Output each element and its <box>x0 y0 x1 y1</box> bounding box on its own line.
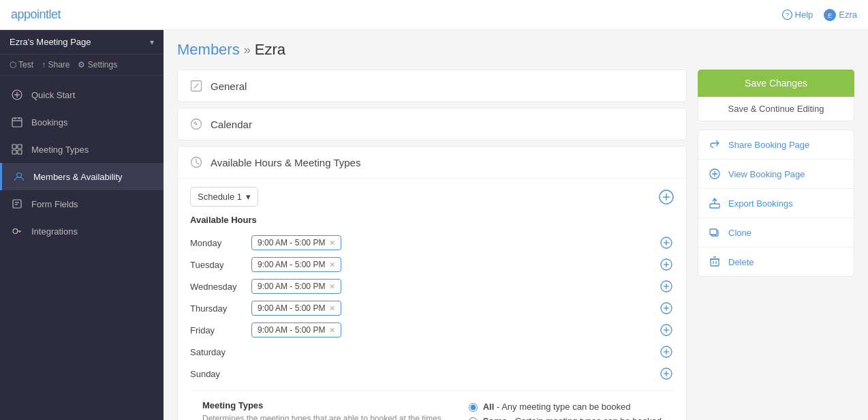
table-row: Tuesday 9:00 AM - 5:00 PM ✕ <box>190 254 674 275</box>
hours-section-header: Available Hours & Meeting Types <box>178 147 686 179</box>
day-thursday: Thursday <box>190 303 251 314</box>
sidebar-item-label: Members & Availability <box>33 172 123 182</box>
day-saturday: Saturday <box>190 347 251 357</box>
sidebar-item-form-fields[interactable]: Form Fields <box>0 190 164 217</box>
sidebar-settings-button[interactable]: ⚙ Settings <box>78 60 117 70</box>
meeting-types-options: All - Any meeting type can be booked Som… <box>469 400 662 420</box>
calendar-section-icon <box>190 118 202 130</box>
topbar: appointlet ? Help E Ezra <box>0 0 868 30</box>
day-friday: Friday <box>190 325 251 335</box>
monday-add-button[interactable] <box>659 235 674 250</box>
tuesday-add-button[interactable] <box>659 257 674 272</box>
view-booking-page-button[interactable]: View Booking Page <box>698 160 854 189</box>
sidebar: Ezra's Meeting Page ▾ ⬡ Test ↑ Share ⚙ S… <box>0 30 164 420</box>
rocket-icon <box>11 89 23 101</box>
delete-button[interactable]: Delete <box>698 247 854 276</box>
users-icon <box>13 170 25 183</box>
svg-rect-16 <box>13 200 21 208</box>
list-item[interactable]: All - Any meeting type can be booked <box>469 402 662 412</box>
sidebar-item-quick-start[interactable]: Quick Start <box>0 81 164 108</box>
hours-section-title: Available Hours & Meeting Types <box>211 157 360 168</box>
svg-rect-11 <box>12 145 16 149</box>
export-bookings-button[interactable]: Export Bookings <box>698 189 854 218</box>
schedule-row: Schedule 1 ▾ <box>190 187 674 207</box>
friday-time-tag: 9:00 AM - 5:00 PM ✕ <box>251 322 341 338</box>
some-radio[interactable] <box>469 417 478 420</box>
sunday-add-button[interactable] <box>659 366 674 381</box>
grid-icon <box>11 143 23 155</box>
help-button[interactable]: ? Help <box>782 10 813 20</box>
wednesday-add-button[interactable] <box>659 279 674 294</box>
share-icon <box>708 138 722 151</box>
meeting-types-description: Meeting Types Determines the meeting typ… <box>202 400 452 420</box>
sidebar-chevron-icon[interactable]: ▾ <box>150 38 154 47</box>
general-section[interactable]: General <box>177 70 687 102</box>
thursday-remove-button[interactable]: ✕ <box>329 304 335 313</box>
svg-text:?: ? <box>786 12 789 18</box>
sidebar-item-label: Bookings <box>31 117 67 127</box>
add-schedule-button[interactable] <box>659 190 674 205</box>
general-section-title: General <box>211 80 247 92</box>
sidebar-share-button[interactable]: ↑ Share <box>42 60 69 70</box>
friday-remove-button[interactable]: ✕ <box>329 326 335 335</box>
topbar-logo: appointlet <box>11 7 61 22</box>
table-row: Wednesday 9:00 AM - 5:00 PM ✕ <box>190 275 674 297</box>
sidebar-item-integrations[interactable]: Integrations <box>0 217 164 245</box>
monday-time-tag: 9:00 AM - 5:00 PM ✕ <box>251 235 341 250</box>
svg-point-24 <box>196 123 198 125</box>
save-changes-button[interactable]: Save Changes <box>698 70 854 97</box>
monday-remove-button[interactable]: ✕ <box>329 239 335 247</box>
trash-icon <box>708 255 722 269</box>
user-button[interactable]: E Ezra <box>824 9 857 21</box>
day-monday: Monday <box>190 238 251 248</box>
sidebar-item-meeting-types[interactable]: Meeting Types <box>0 136 164 163</box>
breadcrumb-members-link[interactable]: Members <box>177 41 240 59</box>
sidebar-item-label: Form Fields <box>31 199 78 209</box>
table-row: Sunday <box>190 363 674 385</box>
list-item[interactable]: Some - Certain meeting types can be book… <box>469 416 662 420</box>
export-icon <box>708 196 722 210</box>
schedule-dropdown[interactable]: Schedule 1 ▾ <box>190 187 258 207</box>
tuesday-remove-button[interactable]: ✕ <box>329 260 335 269</box>
table-row: Friday 9:00 AM - 5:00 PM ✕ <box>190 319 674 341</box>
sidebar-nav: Quick Start Bookings Meeting Types Membe… <box>0 76 164 420</box>
days-list: Monday 9:00 AM - 5:00 PM ✕ <box>190 232 674 385</box>
layers-icon <box>708 226 722 239</box>
sidebar-item-members-availability[interactable]: Members & Availability <box>0 163 164 190</box>
content-left: General Calendar <box>177 70 687 420</box>
hours-section: Available Hours & Meeting Types Schedule… <box>177 146 687 420</box>
meeting-types-desc: Determines the meeting types that are ab… <box>202 413 452 420</box>
share-booking-page-button[interactable]: Share Booking Page <box>698 130 854 160</box>
all-radio[interactable] <box>469 403 478 412</box>
thursday-add-button[interactable] <box>659 301 674 316</box>
sidebar-item-label: Meeting Types <box>31 145 89 155</box>
friday-add-button[interactable] <box>659 322 674 338</box>
day-tuesday: Tuesday <box>190 260 251 270</box>
svg-rect-13 <box>12 150 16 154</box>
svg-rect-12 <box>18 145 22 149</box>
wednesday-time-tag: 9:00 AM - 5:00 PM ✕ <box>251 279 341 294</box>
svg-rect-14 <box>18 150 22 154</box>
sidebar-item-bookings[interactable]: Bookings <box>0 108 164 136</box>
sidebar-app-title: Ezra's Meeting Page <box>10 37 91 47</box>
save-continue-button[interactable]: Save & Continue Editing <box>698 97 854 121</box>
table-row: Monday 9:00 AM - 5:00 PM ✕ <box>190 232 674 254</box>
wednesday-remove-button[interactable]: ✕ <box>329 282 335 291</box>
svg-rect-55 <box>710 204 719 208</box>
svg-rect-57 <box>710 229 717 235</box>
right-panel: Save Changes Save & Continue Editing Sha… <box>698 70 854 420</box>
saturday-add-button[interactable] <box>659 344 674 359</box>
svg-rect-7 <box>12 118 22 127</box>
clone-button[interactable]: Clone <box>698 218 854 247</box>
calendar-section[interactable]: Calendar <box>177 108 687 140</box>
available-hours-label: Available Hours <box>190 215 674 225</box>
tuesday-time-tag: 9:00 AM - 5:00 PM ✕ <box>251 257 341 272</box>
sidebar-test-button[interactable]: ⬡ Test <box>10 60 33 70</box>
thursday-time-tag: 9:00 AM - 5:00 PM ✕ <box>251 301 341 316</box>
plus-circle-icon <box>708 167 722 181</box>
day-wednesday: Wednesday <box>190 282 251 292</box>
clock-icon <box>190 156 202 168</box>
edit-icon <box>11 198 23 210</box>
meeting-types-title: Meeting Types <box>202 400 452 410</box>
sidebar-subheader: ⬡ Test ↑ Share ⚙ Settings <box>0 55 164 76</box>
